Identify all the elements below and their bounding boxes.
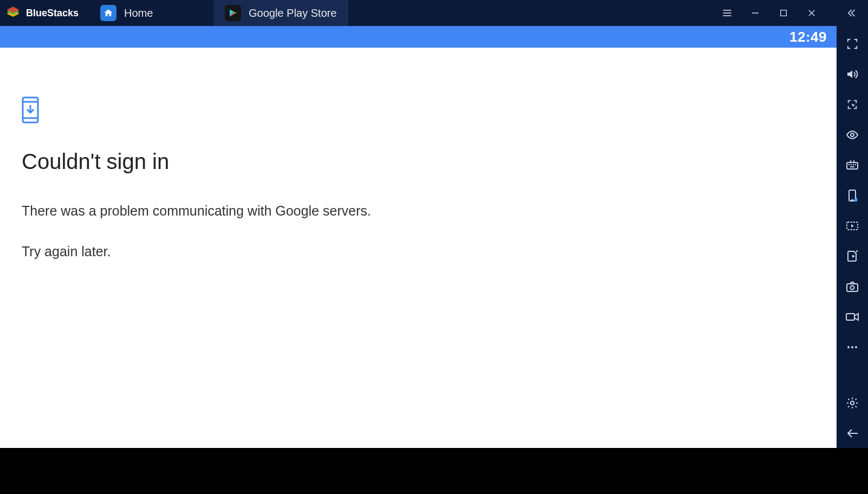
svg-point-33 <box>851 346 853 348</box>
minimize-icon[interactable] <box>749 6 762 20</box>
app-logo-area: BlueStacks <box>0 5 89 21</box>
window-controls <box>721 6 868 20</box>
screenshot-icon[interactable] <box>841 275 864 298</box>
svg-marker-31 <box>854 314 858 320</box>
body-row: 12:49 Couldn't sign in There was a probl… <box>0 26 868 448</box>
error-page: Couldn't sign in There was a problem com… <box>0 48 837 448</box>
svg-marker-11 <box>847 70 852 78</box>
media-folder-icon[interactable] <box>841 214 864 237</box>
fullscreen-icon[interactable] <box>841 32 864 55</box>
tab-google-play-store[interactable]: Google Play Store <box>214 0 348 26</box>
svg-marker-26 <box>852 255 855 258</box>
app-window: BlueStacks Home Google Play Sto <box>0 0 868 448</box>
svg-point-35 <box>851 401 854 405</box>
eye-icon[interactable] <box>841 123 864 146</box>
right-toolbar <box>837 26 868 448</box>
back-arrow-icon[interactable] <box>841 422 864 445</box>
status-time: 12:49 <box>789 29 827 46</box>
svg-point-29 <box>851 286 854 290</box>
location-cursor-icon[interactable] <box>841 93 864 116</box>
svg-rect-13 <box>847 162 858 169</box>
rotate-device-icon[interactable] <box>841 184 864 207</box>
svg-rect-28 <box>847 284 858 291</box>
bluestacks-logo-icon <box>5 5 21 21</box>
svg-rect-23 <box>854 198 857 202</box>
tab-home[interactable]: Home <box>89 0 214 26</box>
maximize-icon[interactable] <box>777 6 790 20</box>
android-status-bar: 12:49 <box>0 26 837 48</box>
svg-point-12 <box>851 133 854 136</box>
install-apk-icon[interactable] <box>841 245 864 268</box>
svg-point-32 <box>847 346 850 348</box>
play-store-icon <box>225 5 241 21</box>
svg-line-27 <box>856 250 858 252</box>
error-line-2: Try again later. <box>22 244 815 259</box>
settings-gear-icon[interactable] <box>841 392 864 414</box>
error-line-1: There was a problem communicating with G… <box>22 203 815 219</box>
svg-marker-25 <box>851 224 854 227</box>
collapse-sidebar-icon[interactable] <box>844 6 857 20</box>
svg-point-34 <box>855 346 857 348</box>
close-icon[interactable] <box>805 6 818 20</box>
home-icon <box>100 5 116 21</box>
download-device-icon <box>22 96 39 123</box>
content-wrap: 12:49 Couldn't sign in There was a probl… <box>0 26 837 448</box>
menu-icon[interactable] <box>721 6 734 20</box>
svg-rect-30 <box>846 314 854 320</box>
tab-home-label: Home <box>124 7 153 20</box>
tab-play-store-label: Google Play Store <box>249 7 336 20</box>
titlebar: BlueStacks Home Google Play Sto <box>0 0 868 26</box>
more-icon[interactable] <box>841 336 864 359</box>
tab-strip: Home Google Play Store <box>89 0 348 26</box>
app-title: BlueStacks <box>26 8 79 19</box>
keyboard-icon[interactable] <box>841 154 864 177</box>
error-heading: Couldn't sign in <box>22 150 815 174</box>
record-video-icon[interactable] <box>841 306 864 328</box>
volume-icon[interactable] <box>841 63 864 86</box>
svg-rect-4 <box>781 10 787 16</box>
